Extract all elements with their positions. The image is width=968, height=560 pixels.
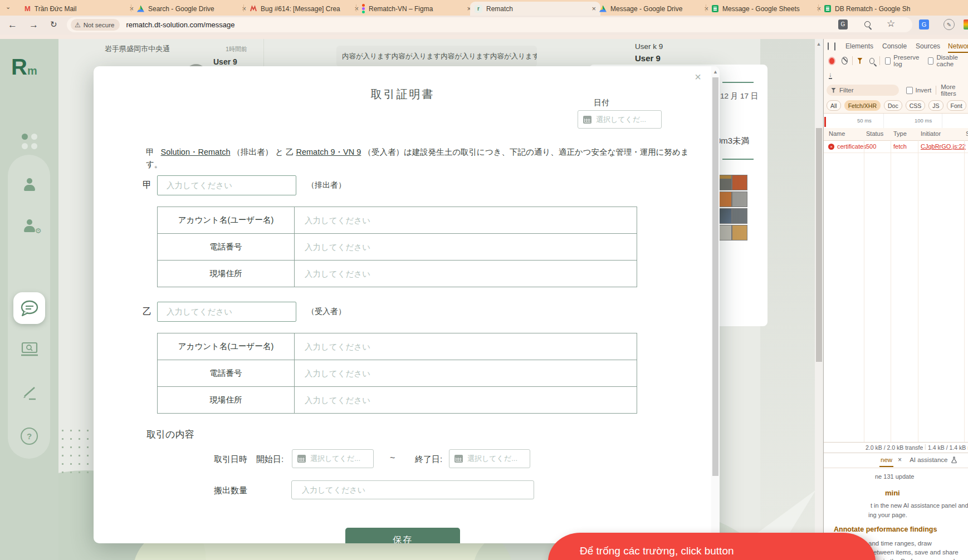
start-date-picker[interactable]: 選択してくだ... [292,449,374,468]
translate-extension-icon[interactable]: G [919,19,929,30]
chip-font[interactable]: Font [947,100,966,111]
invert-label[interactable]: Invert [916,87,932,94]
filter-funnel-icon[interactable] [857,58,863,64]
col-initiator[interactable]: Initiator [921,130,941,137]
tab-search-chevron-icon[interactable]: ⌄ [6,3,11,11]
disable-cache-label[interactable]: Disable cache [936,54,968,67]
chip-css[interactable]: CSS [906,100,926,111]
request-name[interactable]: certificates [837,143,867,150]
device-toolbar-icon[interactable] [834,42,835,51]
tab-db-rematch[interactable]: DB Rematch - Google Sh × [820,2,968,16]
sidebar-item-contacts[interactable] [0,178,58,191]
sidebar-item-messages-active[interactable] [13,292,45,324]
party-b-link[interactable]: Rematch 9・VN 9 [296,148,361,156]
update-title-fragment: ne 131 update [875,473,914,480]
zoom-icon[interactable] [864,21,871,27]
devtools-tab-network[interactable]: Network [948,40,968,53]
inspect-icon[interactable] [828,42,829,50]
gemini-heading-fragment[interactable]: mini [885,489,900,497]
tab-title: Rematch-VN – Figma [369,5,461,13]
end-date-picker[interactable]: 選択してくだ... [449,449,530,468]
party-a-name-input[interactable] [165,180,288,190]
sidebar-item-compose[interactable] [0,385,58,401]
forward-icon[interactable]: → [29,19,38,31]
disable-cache-checkbox[interactable] [928,57,934,65]
quantity-input[interactable] [301,485,525,495]
whats-new-tab[interactable]: new [879,453,893,467]
bookmark-star-icon[interactable]: ☆ [887,18,895,30]
tab-bug[interactable]: Bug #614: [Message] Crea × [245,2,363,16]
record-icon[interactable] [828,57,835,65]
chat-list-location[interactable]: 岩手県盛岡市中央通 [105,44,170,54]
party-a-phone-input[interactable] [304,242,628,252]
sidebar-item-apps[interactable] [0,134,58,149]
tab-rematch-active[interactable]: r Rematch × [470,2,600,16]
extension-icon[interactable] [964,19,968,30]
translate-page-icon[interactable]: G [838,19,848,30]
scroll-up-icon[interactable]: ▲ [815,39,823,47]
col-size[interactable]: S [966,130,968,137]
date-separator: 12 月 17 日 [720,91,767,101]
annotate-heading[interactable]: Annotate performance findings [834,525,937,533]
save-button[interactable]: 保存 [345,528,460,543]
back-icon[interactable]: ← [8,19,17,31]
party-b-phone-input[interactable] [304,369,628,379]
network-request-row[interactable]: × certificates 500 fetch CJqbRrGO.js:22 [824,140,968,153]
party-b-name-input[interactable] [165,307,288,317]
sidebar-item-site-search[interactable] [0,342,58,357]
network-filter-field[interactable]: Filter [827,85,899,96]
photo-thumbnail[interactable] [732,208,747,224]
tab-figma[interactable]: Rematch-VN – Figma × [358,2,476,16]
import-har-icon[interactable]: ↓ [829,71,832,79]
scrollbar-thumb[interactable] [816,128,822,362]
devtools-tab-sources[interactable]: Sources [916,42,940,50]
chip-doc[interactable]: Doc [884,100,902,111]
col-type[interactable]: Type [893,130,907,137]
party-a-name-field[interactable] [157,175,296,195]
tab-message-drive[interactable]: Message - Google Drive × [595,2,713,16]
tab-mail[interactable]: M Trần Đức Mail × [20,2,138,16]
ai-assistance-tab[interactable]: AI assistance [910,456,947,463]
quantity-field[interactable] [291,480,534,499]
photo-thumbnail[interactable] [732,175,747,190]
preserve-log-checkbox[interactable] [885,57,891,65]
certificate-date-picker[interactable]: 選択してくだ... [578,110,662,129]
chip-all[interactable]: All [827,100,841,111]
clear-icon[interactable] [842,57,848,65]
modal-scrollbar[interactable]: ▲ ▼ [711,66,720,543]
search-icon[interactable] [869,58,874,64]
address-bar[interactable]: ⚠ Not secure rematch.dt-solution.com/mes… [67,17,912,32]
tab-message-sheets[interactable]: Message - Google Sheets × [707,2,825,16]
timeline-error-tick [824,117,826,127]
devtools-tab-console[interactable]: Console [882,42,907,50]
preserve-log-label[interactable]: Preserve log [893,54,922,67]
page-scrollbar[interactable]: ▲ ▼ [815,39,823,560]
col-status[interactable]: Status [866,130,883,137]
scrollbar-thumb[interactable] [712,77,718,476]
chat-message-bubble[interactable]: 内容が入ります内容が入ります内容が入ります内容が入ります内容が [336,46,537,67]
sidebar-item-help[interactable]: ? [0,428,58,445]
tab-title: DB Rematch - Google Sh [835,5,962,13]
party-a-address-input[interactable] [304,269,628,279]
modal-close-icon[interactable]: × [691,70,705,84]
party-a-account-input[interactable] [304,215,628,225]
edit-extension-icon[interactable]: ✎ [943,19,955,30]
party-a-link[interactable]: Solution・Rematch [161,148,231,156]
more-filters[interactable]: More filters [941,83,968,97]
request-initiator-link[interactable]: CJqbRrGO.js:22 [921,143,966,150]
tab-close-icon[interactable]: × [898,456,902,464]
party-b-name-field[interactable] [157,302,296,322]
party-b-address-input[interactable] [304,395,628,405]
chip-fetch-xhr[interactable]: Fetch/XHR [844,100,881,111]
party-b-account-input[interactable] [304,342,628,352]
photo-thumbnail[interactable] [732,225,747,240]
invert-checkbox[interactable] [906,87,913,94]
reload-icon[interactable]: ↻ [50,19,57,30]
photo-thumbnail[interactable] [732,191,747,207]
tab-drive-search[interactable]: Search - Google Drive × [133,2,251,16]
chip-js[interactable]: JS [928,100,943,111]
sidebar-item-account-settings[interactable]: ⚙ [0,219,58,233]
devtools-tab-elements[interactable]: Elements [845,42,873,50]
not-secure-chip[interactable]: ⚠ Not secure [71,19,120,31]
col-name[interactable]: Name [829,130,845,137]
